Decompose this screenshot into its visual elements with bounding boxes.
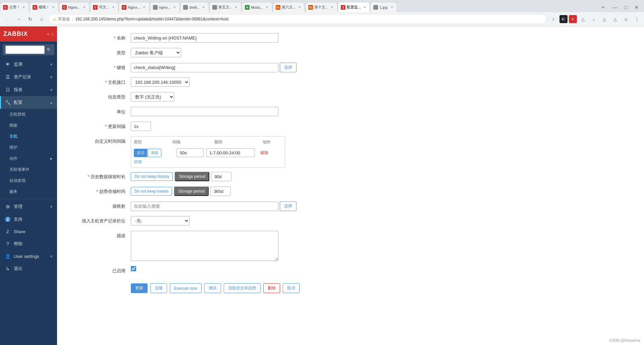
clone-button[interactable]: 克隆 [150,283,167,293]
unit-input[interactable] [131,107,278,116]
sidebar-sub-actions[interactable]: 动作 ► [0,153,57,164]
history-no-keep-button[interactable]: Do not keep history [131,172,173,181]
sidebar-sub-templates[interactable]: 模板 [0,120,57,131]
ci-remove-button[interactable]: 移除 [258,150,271,156]
maximize-button[interactable]: □ [621,3,631,12]
tab-close-t4[interactable]: × [111,5,115,10]
browser-tab-t3[interactable]: CNginx...× [59,2,90,12]
browser-tab-t2[interactable]: C概哦！× [30,2,59,12]
more-options-button[interactable]: ⋮ [632,14,641,24]
browser-tab-t11[interactable]: 51第十文...× [305,2,337,12]
browser-tab-t9[interactable]: NModu...× [242,2,272,12]
history-icon[interactable]: △ [610,14,620,24]
info-type-select[interactable]: 数字 (无正负) [131,92,174,101]
tab-close-t2[interactable]: × [51,5,56,10]
history-storage-period-button[interactable]: Storage period [175,172,209,181]
ci-period-input[interactable] [206,148,255,157]
populator-select[interactable]: -无- [131,216,190,225]
close-window-button[interactable]: ✕ [632,3,641,12]
tab-close-t9[interactable]: × [265,5,269,10]
sidebar-sub-hosts[interactable]: 主机 [0,131,57,142]
search-input[interactable] [5,46,45,54]
home-button[interactable]: ⌂ [37,14,46,24]
clear-history-button[interactable]: 清除历史和趋势 [224,283,261,293]
key-row: 键值 选择 [70,63,631,73]
ci-type-flexible-button[interactable]: 灵活 [134,149,147,157]
history-value-input[interactable] [211,172,231,181]
browser-tab-t8[interactable]: 第五文...× [209,2,241,12]
ci-type-schedule-button[interactable]: 调度 [148,149,161,157]
bookmark-icon[interactable]: ☆ [549,14,558,24]
tab-close-t6[interactable]: × [172,5,177,10]
tab-close-t11[interactable]: × [330,5,334,10]
ext-icon-c[interactable]: C [569,15,577,23]
key-select-button[interactable]: 选择 [280,63,297,72]
trends-value-input[interactable] [211,187,231,196]
tab-close-t10[interactable]: × [297,5,302,10]
test-button[interactable]: 测试 [204,283,221,293]
sidebar-collapse-icon[interactable]: « [47,32,49,37]
browser-tab-t6[interactable]: nginx...× [150,2,180,12]
reload-button[interactable]: ↻ [25,14,35,24]
type-select[interactable]: Zabbix 客户端 [131,48,181,57]
sidebar-item-user-settings[interactable]: 👤 User settings ▼ [0,250,57,262]
forward-button[interactable]: → [14,14,23,24]
sidebar-sub-maintenance[interactable]: 维护 [0,142,57,153]
back-button[interactable]: ← [3,14,12,24]
sidebar-sub-discovery[interactable]: 自动发现 [0,175,57,186]
address-input-container[interactable]: ⚠ 不安全 | 192.168.200.145/items.php?form=u… [48,14,547,24]
sidebar-sub-services[interactable]: 服务 [0,186,57,197]
sidebar-item-logout[interactable]: ↳ 退出 [0,262,57,275]
update-interval-input[interactable] [131,122,151,131]
tab-close-t8[interactable]: × [234,5,238,10]
tab-close-t1[interactable]: × [21,5,26,10]
interface-select[interactable]: 192.168.200.146:10050 [131,77,190,87]
browser-tab-t5[interactable]: CNginx...× [119,2,149,12]
share-icon: Z [5,229,10,234]
browser-tab-t4[interactable]: C写文...× [90,2,118,12]
sidebar-item-monitor[interactable]: 👁 监测 ▼ [0,58,57,71]
description-textarea[interactable] [131,231,278,261]
browser-tab-t13[interactable]: 1.jpg× [370,2,397,12]
sidebar-sub-correlations[interactable]: 关联项事件 [0,164,57,175]
gaming-icon[interactable]: △ [600,14,609,24]
ci-interval-input[interactable] [177,148,204,157]
delete-button[interactable]: 删除 [263,283,280,293]
trends-no-keep-button[interactable]: Do not keep trends [131,187,172,196]
sidebar-sub-hostgroups[interactable]: 主机群组 [0,109,57,120]
ci-add-link[interactable]: 添加 [134,159,142,165]
minimize-button[interactable]: — [610,3,620,12]
tab-close-t13[interactable]: × [389,5,394,10]
new-tab-button[interactable]: + [598,3,608,12]
name-input[interactable] [131,33,278,43]
browser-tab-t7[interactable]: shell...× [180,2,209,12]
sidebar-item-help[interactable]: ? 帮助 [0,237,57,250]
browser-tab-t10[interactable]: 51第六文...× [273,2,305,12]
update-button[interactable]: 更新 [131,283,148,293]
tab-close-t3[interactable]: × [82,5,87,10]
ext-icon-dark[interactable]: Z [559,15,568,23]
downloads-icon[interactable]: ↓ [589,14,598,24]
tab-close-t7[interactable]: × [201,5,206,10]
sidebar-item-support[interactable]: Z 支持 [0,213,57,226]
browser-tab-t12[interactable]: Z配置监...× [338,2,370,12]
user-avatar[interactable]: ☺ [621,14,631,24]
trends-storage-period-button[interactable]: Storage period [174,187,209,196]
sidebar-item-config[interactable]: 🔧 配置 ▲ [0,96,57,109]
tab-close-t12[interactable]: × [362,5,367,10]
tab-close-t5[interactable]: × [142,5,147,10]
key-input[interactable] [131,63,278,72]
value-map-select-button[interactable]: 选择 [280,201,297,211]
profile-icon[interactable]: △ [578,14,588,24]
sidebar-item-assets[interactable]: ☰ 资产记录 ▼ [0,71,57,83]
enabled-checkbox[interactable] [131,266,136,271]
sidebar-item-share[interactable]: Z Share [0,226,57,237]
sidebar-item-share-label: Share [14,229,53,234]
sidebar-fullscreen-icon[interactable]: □ [51,32,54,37]
value-map-input[interactable] [131,202,278,211]
sidebar-item-admin[interactable]: ⚙ 管理 ▼ [0,200,57,213]
cancel-button[interactable]: 取消 [283,283,300,293]
sidebar-item-reports[interactable]: ☷ 报表 ▼ [0,83,57,96]
execute-now-button[interactable]: Execute now [170,283,202,293]
browser-tab-t1[interactable]: C点赞！× [0,2,29,12]
